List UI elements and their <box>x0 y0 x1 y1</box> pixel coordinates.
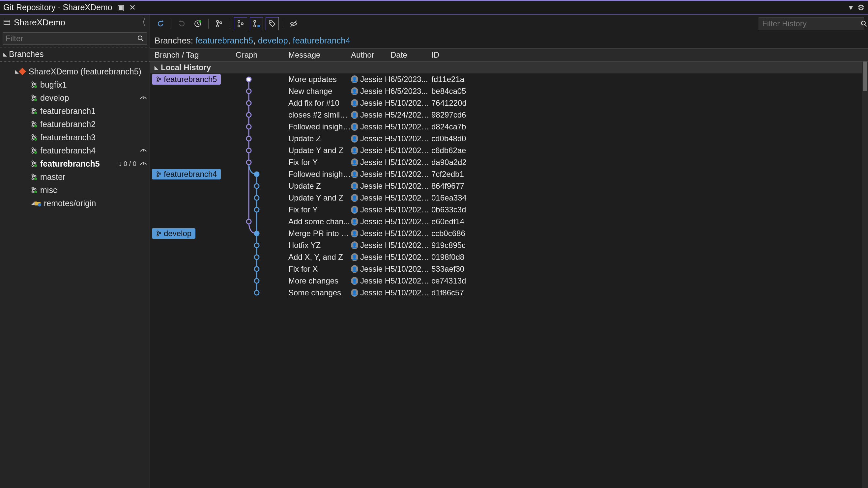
commit-author: 👤Jessie H <box>351 170 391 179</box>
branch-row[interactable]: + featurebranch2 <box>0 118 150 131</box>
repo-header[interactable]: ShareXDemo 〈 <box>0 14 150 30</box>
commit-id: 7cf2edb1 <box>431 170 471 179</box>
commit-author: 👤Jessie H <box>351 276 391 286</box>
commit-row[interactable]: Fix for Y 👤Jessie H 5/10/2023... 0b633c3… <box>150 204 868 216</box>
commit-row[interactable]: Update Z 👤Jessie H 5/10/2023... 864f9677 <box>150 180 868 192</box>
svg-point-50 <box>35 189 36 190</box>
branch-icon: + <box>30 160 37 167</box>
eye-icon[interactable] <box>140 94 147 101</box>
branch-row[interactable]: + master <box>0 170 150 184</box>
expand-icon: ◣ <box>30 201 35 205</box>
commit-row[interactable]: Add fix for #10 👤Jessie H 5/10/2023... 7… <box>150 97 868 109</box>
commit-row[interactable]: Followed insight... 👤Jessie H 5/10/2023.… <box>150 121 868 133</box>
branch-name: featurebranch2 <box>40 120 147 129</box>
commit-author: 👤Jessie H <box>351 229 391 238</box>
avatar-icon: 👤 <box>351 123 358 131</box>
branch-link[interactable]: develop <box>258 36 288 45</box>
commit-date: 5/10/2023... <box>391 264 431 273</box>
commit-author: 👤Jessie H <box>351 288 391 297</box>
avatar-icon: 👤 <box>351 75 358 83</box>
commit-row[interactable]: closes #2 similar... 👤Jessie H 5/24/2023… <box>150 109 868 121</box>
commit-row[interactable]: Hotfix YZ 👤Jessie H 5/10/2023... 919c895… <box>150 239 868 251</box>
commit-message: More changes <box>288 276 351 286</box>
branches-header[interactable]: ◣ Branches <box>0 47 150 62</box>
commit-row[interactable]: featurebranch4 Followed insight... 👤Jess… <box>150 168 868 180</box>
graph-toggle-button[interactable] <box>234 17 247 30</box>
col-author[interactable]: Author <box>351 51 391 60</box>
avatar-icon: 👤 <box>351 99 358 107</box>
branch-row[interactable]: + misc <box>0 184 150 197</box>
eye-icon[interactable] <box>140 147 147 154</box>
tag-toggle-button[interactable] <box>266 17 279 30</box>
remotes-row[interactable]: ◣ remotes/origin <box>0 197 150 210</box>
commit-row[interactable]: Some changes 👤Jessie H 5/10/2023... d1f8… <box>150 287 868 299</box>
clock-button[interactable] <box>191 17 204 30</box>
svg-point-37 <box>32 161 34 163</box>
branch-row[interactable]: + featurebranch4 <box>0 144 150 157</box>
branch-row[interactable]: + develop <box>0 91 150 104</box>
commit-id: 864f9677 <box>431 182 471 191</box>
col-message[interactable]: Message <box>288 51 351 60</box>
commit-author: 👤Jessie H <box>351 158 391 167</box>
commit-row[interactable]: Fix for X 👤Jessie H 5/10/2023... 533aef3… <box>150 263 868 275</box>
svg-point-7 <box>35 83 36 85</box>
separator <box>283 19 283 29</box>
commit-id: fd11e21a <box>431 75 471 84</box>
history-filter[interactable]: ▾ <box>758 17 864 30</box>
col-id[interactable]: ID <box>431 51 471 60</box>
col-branch[interactable]: Branch / Tag <box>150 51 236 60</box>
branch-filter[interactable] <box>3 32 147 45</box>
commit-id: 016ea334 <box>431 193 471 202</box>
branch-row[interactable]: + bugfix1 <box>0 78 150 91</box>
search-icon[interactable] <box>137 35 144 42</box>
back-icon[interactable]: 〈 <box>137 16 146 29</box>
repo-icon <box>3 19 10 26</box>
branch-row[interactable]: + featurebranch3 <box>0 131 150 144</box>
commit-row[interactable]: Update Y and Z 👤Jessie H 5/10/2023... 01… <box>150 192 868 204</box>
commit-row[interactable]: develop Merge PR into d... 👤Jessie H 5/1… <box>150 228 868 239</box>
sync-status: ↑↓ 0 / 0 <box>115 160 136 168</box>
pin-icon[interactable]: ▣ <box>117 3 125 12</box>
branch-tag[interactable]: develop <box>152 228 195 239</box>
branch-link[interactable]: featurebranch5 <box>195 36 253 45</box>
commit-row[interactable]: More changes 👤Jessie H 5/10/2023... ce74… <box>150 275 868 287</box>
search-icon[interactable] <box>861 21 867 27</box>
scrollbar[interactable] <box>862 62 868 488</box>
branch-row[interactable]: + featurebranch1 <box>0 104 150 118</box>
branch-row[interactable]: + featurebranch5 ↑↓ 0 / 0 <box>0 157 150 170</box>
branch-tag[interactable]: featurebranch5 <box>152 74 221 85</box>
col-date[interactable]: Date <box>391 51 431 60</box>
scrollbar-thumb[interactable] <box>863 62 867 91</box>
hide-button[interactable] <box>287 17 300 30</box>
commit-message: Followed insight... <box>288 122 351 131</box>
eye-icon[interactable] <box>140 160 147 167</box>
refresh-button[interactable] <box>154 17 167 30</box>
section-header[interactable]: ◣ Local History <box>150 62 868 73</box>
svg-point-26 <box>32 135 34 136</box>
commit-row[interactable]: Update Z 👤Jessie H 5/10/2023... cd0b48d0 <box>150 133 868 144</box>
commit-row[interactable]: Update Y and Z 👤Jessie H 5/10/2023... c6… <box>150 144 868 156</box>
commit-row[interactable]: featurebranch5 More updates 👤Jessie H 6/… <box>150 73 868 85</box>
repo-root-row[interactable]: ◣ ShareXDemo (featurebranch5) <box>0 65 150 78</box>
svg-point-49 <box>32 191 34 193</box>
chevron-down-icon[interactable]: ▾ <box>849 3 853 12</box>
branch-button[interactable] <box>213 17 226 30</box>
merge-toggle-button[interactable] <box>250 17 263 30</box>
commit-row[interactable]: Fix for Y 👤Jessie H 5/10/2023... da90a2d… <box>150 156 868 168</box>
branch-icon: + <box>30 108 37 114</box>
svg-text:+: + <box>35 86 36 88</box>
svg-point-93 <box>157 171 158 173</box>
commit-author: 👤Jessie H <box>351 205 391 215</box>
branch-link[interactable]: featurebranch4 <box>292 36 350 45</box>
history-filter-input[interactable] <box>762 19 861 28</box>
branch-filter-input[interactable] <box>6 34 137 43</box>
commit-row[interactable]: Add some chan... 👤Jessie H 5/10/2023... … <box>150 216 868 228</box>
commit-row[interactable]: New change 👤Jessie H 6/5/2023... be84ca0… <box>150 85 868 97</box>
close-icon[interactable]: ✕ <box>129 3 136 12</box>
commit-date: 5/10/2023... <box>391 134 431 143</box>
branch-tag[interactable]: featurebranch4 <box>152 169 221 180</box>
commit-row[interactable]: Add X, Y, and Z 👤Jessie H 5/10/2023... 0… <box>150 251 868 263</box>
undo-button[interactable] <box>175 17 188 30</box>
col-graph[interactable]: Graph <box>236 51 288 60</box>
gear-icon[interactable]: ⚙ <box>858 3 865 12</box>
